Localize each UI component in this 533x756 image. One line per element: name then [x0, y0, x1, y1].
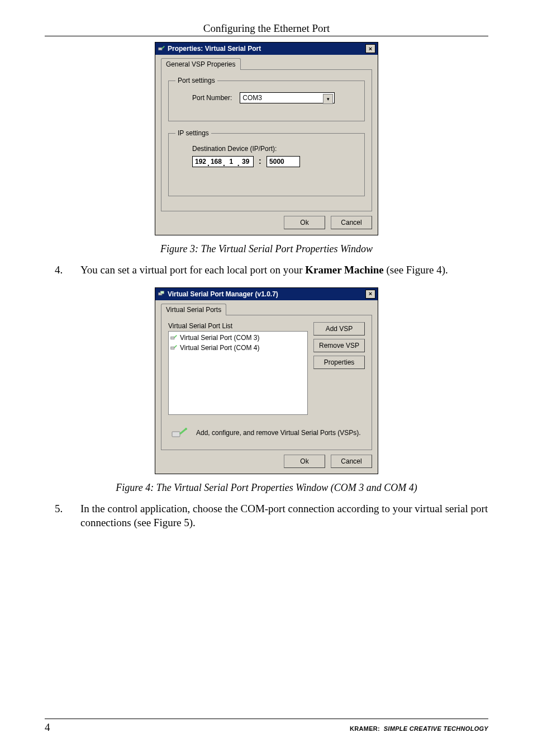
titlebar: Properties: Virtual Serial Port × — [155, 42, 378, 55]
info-row: Add, configure, and remove Virtual Seria… — [168, 423, 365, 443]
titlebar: Virtual Serial Port Manager (v1.0.7) × — [155, 288, 378, 300]
tab-virtual-serial-ports[interactable]: Virtual Serial Ports — [161, 304, 226, 315]
add-vsp-button[interactable]: Add VSP — [313, 322, 365, 336]
svg-rect-0 — [159, 48, 162, 50]
svg-line-1 — [162, 46, 164, 49]
step-4: 4. You can set a virtual port for each l… — [55, 263, 488, 277]
manager-icon — [158, 290, 165, 298]
list-item[interactable]: Virtual Serial Port (COM 3) — [170, 333, 306, 343]
svg-line-7 — [174, 345, 177, 347]
vsp-icon — [170, 344, 178, 352]
tab-general-vsp[interactable]: General VSP Properies — [161, 58, 241, 70]
ip-port-field[interactable]: 5000 — [266, 156, 300, 167]
vsp-list-label: Virtual Serial Port List — [168, 322, 308, 330]
footer-brand: KRAMER: SIMPLE CREATIVE TECHNOLOGY — [350, 725, 488, 732]
group-port-legend: Port settings — [175, 77, 217, 84]
svg-point-9 — [185, 428, 187, 430]
svg-rect-4 — [171, 337, 174, 339]
close-icon[interactable]: × — [365, 44, 375, 53]
header-rule — [45, 36, 488, 36]
group-port-settings: Port settings Port Number: COM3 — [168, 77, 365, 121]
svg-rect-8 — [172, 432, 180, 437]
vsp-listbox[interactable]: Virtual Serial Port (COM 3) Virtual Seri… — [168, 331, 308, 415]
info-text: Add, configure, and remove Virtual Seria… — [196, 429, 361, 437]
ok-button[interactable]: Ok — [284, 216, 325, 229]
page-footer: 4 KRAMER: SIMPLE CREATIVE TECHNOLOGY — [45, 719, 488, 734]
figure-3-caption: Figure 3: The Virtual Serial Port Proper… — [45, 243, 488, 255]
svg-line-5 — [174, 335, 177, 337]
figure-4-caption: Figure 4: The Virtual Serial Port Proper… — [45, 482, 488, 494]
vsp-icon — [158, 45, 165, 53]
ok-button[interactable]: Ok — [284, 455, 325, 468]
list-item[interactable]: Virtual Serial Port (COM 4) — [170, 343, 306, 353]
port-number-label: Port Number: — [192, 94, 232, 102]
svg-rect-6 — [171, 347, 174, 349]
port-number-combo[interactable]: COM3 — [240, 92, 335, 103]
properties-button[interactable]: Properties — [313, 356, 365, 369]
list-item-label: Virtual Serial Port (COM 4) — [180, 344, 259, 352]
list-item-label: Virtual Serial Port (COM 3) — [180, 334, 259, 342]
step-5: 5. In the control application, choose th… — [55, 502, 488, 530]
group-ip-legend: IP settings — [175, 129, 211, 137]
vsp-icon — [170, 334, 178, 342]
serial-port-icon — [170, 426, 188, 440]
tab-panel: Virtual Serial Port List Virtual Serial … — [161, 315, 372, 450]
remove-vsp-button[interactable]: Remove VSP — [313, 339, 365, 352]
title-text: Virtual Serial Port Manager (v1.0.7) — [168, 290, 365, 298]
cancel-button[interactable]: Cancel — [331, 455, 372, 468]
page-number: 4 — [45, 721, 50, 734]
close-icon[interactable]: × — [365, 290, 375, 299]
ip-address-field[interactable]: 192. 168. 1. 39 — [192, 156, 254, 167]
dest-device-label: Destination Device (IP/Port): — [192, 145, 358, 153]
properties-dialog: Properties: Virtual Serial Port × Genera… — [155, 42, 378, 235]
cancel-button[interactable]: Cancel — [331, 216, 372, 229]
running-header: Configuring the Ethernet Port — [45, 22, 488, 36]
group-ip-settings: IP settings Destination Device (IP/Port)… — [168, 129, 365, 196]
ip-port-separator: : — [255, 157, 265, 166]
tab-panel: Port settings Port Number: COM3 IP setti… — [161, 69, 372, 211]
vsp-manager-dialog: Virtual Serial Port Manager (v1.0.7) × V… — [155, 287, 378, 474]
svg-rect-3 — [160, 291, 164, 293]
title-text: Properties: Virtual Serial Port — [168, 45, 365, 53]
